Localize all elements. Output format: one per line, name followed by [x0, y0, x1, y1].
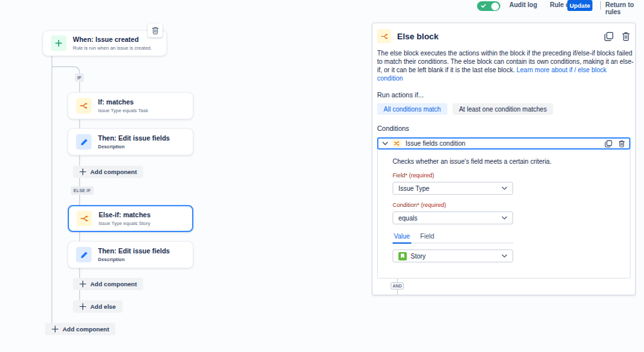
- rule-enabled-toggle[interactable]: [477, 1, 500, 11]
- pencil-icon: [76, 134, 92, 150]
- plus-icon: [52, 326, 59, 333]
- delete-block-button[interactable]: [621, 32, 630, 41]
- copy-icon: [604, 32, 614, 41]
- else-if-block-title: Else-if: matches: [99, 211, 151, 219]
- toggle-knob: [491, 3, 499, 10]
- trash-icon: [621, 32, 630, 41]
- delete-trigger-button[interactable]: [148, 24, 162, 37]
- and-badge: AND: [391, 282, 404, 289]
- tab-value[interactable]: Value: [393, 233, 411, 244]
- condition-select[interactable]: equals: [393, 211, 513, 224]
- tab-all-conditions-match[interactable]: All conditions match: [377, 103, 447, 115]
- conditions-section-label: Conditions: [377, 124, 630, 132]
- then-block-subtitle: Description: [98, 144, 170, 150]
- chevron-down-icon: [382, 141, 388, 146]
- trash-icon: [618, 140, 625, 148]
- condition-label: Condition* (required): [393, 202, 630, 208]
- if-block-card[interactable]: If: matches Issue Type equals Task: [68, 92, 193, 119]
- field-select[interactable]: Issue Type: [393, 182, 513, 195]
- then-block-card-1[interactable]: Then: Edit issue fields Description: [68, 128, 193, 155]
- panel-header: Else block: [377, 29, 630, 43]
- match-mode-tabs: All conditions match At least one condit…: [377, 103, 630, 115]
- run-actions-label: Run actions if...: [377, 91, 630, 99]
- trigger-subtitle: Rule is run when an issue is created.: [73, 45, 152, 51]
- and-connector: AND: [377, 279, 630, 295]
- add-component-label: Add component: [90, 168, 137, 175]
- then-block-subtitle: Description: [98, 257, 170, 262]
- story-issue-type-icon: [398, 252, 407, 260]
- pencil-icon: [76, 247, 92, 262]
- chevron-down-icon: [502, 216, 507, 220]
- plus-icon: [79, 303, 86, 310]
- if-block-subtitle: Issue Type equals Task: [98, 108, 148, 113]
- delete-condition-button[interactable]: [618, 140, 625, 148]
- check-icon: [481, 3, 486, 8]
- condition-required-hint: (required): [421, 202, 446, 208]
- condition-description: Checks whether an issue's field meets a …: [393, 158, 630, 165]
- if-branch-badge: IF: [75, 73, 84, 82]
- shuffle-icon: [393, 139, 401, 148]
- condition-label-name: Condition*: [393, 202, 420, 208]
- trigger-plus-icon: [51, 35, 66, 51]
- add-else-button[interactable]: Add else: [73, 300, 122, 313]
- else-if-block-card[interactable]: Else-if: matches Issue Type equals Story: [68, 205, 193, 232]
- value-select[interactable]: Story: [393, 249, 513, 262]
- add-component-label: Add component: [90, 280, 137, 288]
- tab-at-least-one-condition[interactable]: At least one condition matches: [453, 103, 553, 115]
- trash-icon: [151, 26, 159, 35]
- toolbar-divider: [600, 1, 601, 10]
- add-component-button-1[interactable]: Add component: [73, 166, 143, 178]
- value-select-value: Story: [411, 253, 425, 260]
- add-component-button-2[interactable]: Add component: [73, 278, 143, 290]
- tab-field[interactable]: Field: [419, 233, 436, 242]
- field-label-name: Field*: [393, 172, 407, 179]
- else-if-block-subtitle: Issue Type equals Story: [99, 220, 151, 226]
- condition-title: Issue fields condition: [405, 140, 600, 147]
- then-block-title: Then: Edit issue fields: [98, 134, 170, 142]
- then-block-title: Then: Edit issue fields: [98, 247, 170, 255]
- issue-fields-condition-header[interactable]: Issue fields condition: [377, 137, 630, 150]
- add-component-button-3[interactable]: Add component: [45, 323, 115, 335]
- audit-log-link[interactable]: Audit log: [509, 1, 537, 8]
- field-label: Field* (required): [393, 172, 630, 179]
- return-to-rules-link[interactable]: Return to rules: [605, 1, 644, 15]
- else-if-branch-badge: ELSE IF: [71, 186, 93, 195]
- copy-icon: [605, 140, 612, 148]
- if-block-title: If: matches: [98, 98, 148, 106]
- field-required-hint: (required): [409, 172, 434, 179]
- chevron-down-icon: [502, 186, 507, 190]
- add-component-label: Add component: [63, 326, 109, 333]
- field-select-value: Issue Type: [398, 185, 429, 192]
- top-toolbar: Audit log Rule details Update Return to …: [0, 0, 644, 12]
- plus-icon: [79, 280, 86, 288]
- branch-icon: [377, 29, 391, 43]
- panel-title: Else block: [397, 32, 604, 41]
- panel-description: The else block executes the actions with…: [377, 49, 634, 83]
- duplicate-condition-button[interactable]: [605, 140, 612, 148]
- update-button[interactable]: Update: [567, 0, 592, 11]
- then-block-card-2[interactable]: Then: Edit issue fields Description: [68, 241, 193, 268]
- plus-icon: [79, 168, 86, 175]
- add-else-label: Add else: [90, 303, 116, 310]
- branch-icon: [76, 98, 92, 113]
- condition-select-value: equals: [398, 215, 417, 222]
- value-field-tabs: Value Field: [393, 233, 513, 244]
- chevron-down-icon: [502, 254, 507, 258]
- duplicate-block-button[interactable]: [604, 32, 614, 41]
- branch-icon: [77, 211, 92, 226]
- else-block-config-panel: Else block The else block executes the a…: [372, 23, 636, 295]
- add-conditions-button[interactable]: Add conditions...: [377, 295, 630, 295]
- trigger-title: When: Issue created: [73, 35, 152, 43]
- issue-fields-condition-body: Checks whether an issue's field meets a …: [377, 150, 630, 279]
